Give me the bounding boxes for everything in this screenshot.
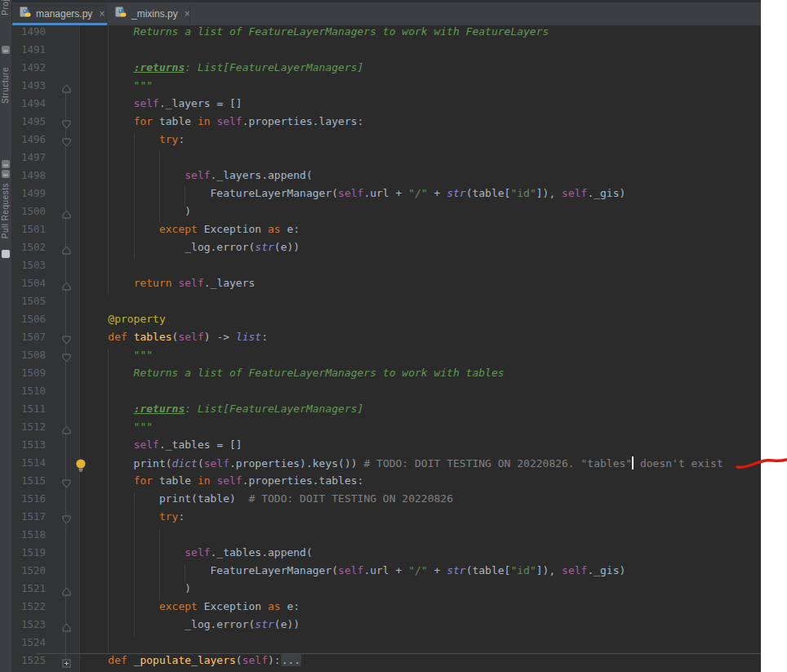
line-number[interactable]: 1497 [11, 151, 46, 169]
code-line[interactable]: try: [79, 510, 185, 528]
line-number[interactable]: 1513 [11, 438, 46, 456]
code-token: _populate_layers [134, 654, 236, 666]
fold-down-icon[interactable] [61, 478, 72, 496]
line-number[interactable]: 1522 [11, 600, 46, 618]
code-line[interactable]: print(dict(self.properties).keys()) # TO… [79, 456, 723, 474]
code-line[interactable]: return self._layers [79, 277, 255, 295]
line-number[interactable]: 1514 [11, 456, 46, 474]
line-number[interactable]: 1501 [11, 223, 46, 241]
code-line[interactable]: print(table) # TODO: DOIT TESTING ON 202… [79, 492, 453, 510]
line-number[interactable]: 1502 [11, 241, 46, 259]
code-line[interactable]: except Exception as e: [79, 600, 300, 618]
line-number[interactable]: 1507 [11, 331, 46, 349]
tool-window-icon[interactable] [2, 170, 10, 178]
fold-up-icon[interactable] [61, 280, 72, 298]
code-line[interactable]: _log.error(str(e)) [79, 241, 300, 259]
code-line[interactable]: :returns: List[FeatureLayerManagers] [79, 61, 363, 79]
fold-down-icon[interactable] [61, 352, 72, 370]
code-line[interactable]: _log.error(str(e)) [79, 618, 300, 636]
fold-up-icon[interactable] [61, 424, 72, 442]
line-number[interactable]: 1504 [11, 277, 46, 295]
line-number[interactable]: 1523 [11, 618, 46, 636]
code-line[interactable]: def tables(self) -> list: [79, 331, 268, 349]
line-number[interactable]: 1496 [11, 133, 46, 151]
code-token: ) [82, 582, 191, 594]
fold-down-icon[interactable] [61, 136, 72, 154]
line-number[interactable]: 1492 [11, 61, 46, 79]
intention-bulb-icon[interactable] [75, 458, 87, 476]
line-number[interactable]: 1503 [11, 259, 46, 277]
line-number[interactable]: 1491 [11, 43, 46, 61]
line-number[interactable]: 1515 [11, 474, 46, 492]
fold-up-icon[interactable] [61, 82, 72, 100]
code-line[interactable]: Returns a list of FeatureLayerManagers t… [79, 367, 505, 385]
code-token [82, 600, 159, 612]
line-number[interactable]: 1519 [11, 546, 46, 564]
line-number[interactable]: 1516 [11, 492, 46, 510]
line-number[interactable]: 1510 [11, 385, 46, 403]
line-number[interactable]: 1500 [11, 205, 46, 223]
stripe-button-pull-requests[interactable]: Pull Requests [1, 183, 10, 238]
code-token: ]), [536, 564, 562, 576]
code-line[interactable]: ) [79, 205, 191, 223]
line-number[interactable]: 1518 [11, 528, 46, 546]
line-number[interactable]: 1508 [11, 349, 46, 367]
code-line[interactable]: """ [79, 349, 153, 367]
line-number[interactable]: 1511 [11, 403, 46, 421]
code-line[interactable]: except Exception as e: [79, 223, 300, 241]
fold-down-icon[interactable] [61, 514, 72, 532]
code-token [82, 313, 108, 325]
tool-window-icon[interactable] [2, 46, 10, 54]
fold-expand-icon[interactable] [61, 657, 72, 672]
line-number[interactable]: 1490 [11, 25, 46, 43]
code-token: Exception [198, 223, 268, 235]
tab-_mixins-py[interactable]: _mixins.py× [107, 2, 190, 25]
code-line[interactable]: self._layers = [] [79, 97, 242, 115]
line-number[interactable]: 1520 [11, 564, 46, 582]
code-line[interactable]: FeatureLayerManager(self.url + "/" + str… [79, 187, 625, 205]
code-token: self [204, 457, 229, 470]
line-number[interactable]: 1509 [11, 367, 46, 385]
code-line[interactable]: for table in self.properties.tables: [79, 474, 363, 492]
stripe-button-structure[interactable]: Structure [1, 67, 10, 104]
line-number[interactable]: 1521 [11, 582, 46, 600]
fold-down-icon[interactable] [61, 334, 72, 352]
line-number[interactable]: 1493 [11, 79, 46, 97]
code-token [82, 654, 108, 666]
fold-up-icon[interactable] [61, 621, 72, 639]
fold-up-icon[interactable] [61, 208, 72, 226]
line-number[interactable]: 1505 [11, 295, 46, 313]
line-number[interactable]: 1512 [11, 421, 46, 438]
code-line[interactable]: FeatureLayerManager(self.url + "/" + str… [79, 564, 625, 582]
line-number[interactable]: 1506 [11, 313, 46, 331]
code-line[interactable]: def _populate_layers(self):... [79, 654, 301, 672]
line-number[interactable]: 1524 [11, 636, 46, 654]
code-line[interactable]: """ [79, 421, 153, 438]
code-line[interactable]: self._tables.append( [79, 546, 313, 564]
stripe-button-project[interactable]: Project [1, 0, 10, 16]
code-line[interactable]: ) [79, 582, 191, 600]
fold-up-icon[interactable] [61, 585, 72, 603]
code-line[interactable]: self._layers.append( [79, 169, 313, 187]
code-editor[interactable]: Returns a list of FeatureLayerManagers t… [79, 25, 761, 672]
line-number[interactable]: 1499 [11, 187, 46, 205]
line-number[interactable]: 1498 [11, 169, 46, 187]
code-token [82, 510, 159, 523]
tool-window-icon[interactable] [2, 250, 10, 258]
code-line[interactable]: """ [79, 79, 153, 97]
code-line[interactable]: Returns a list of FeatureLayerManagers t… [79, 25, 549, 43]
code-line[interactable]: self._tables = [] [79, 438, 242, 456]
fold-down-icon[interactable] [61, 118, 72, 136]
tab-close-icon[interactable]: × [99, 9, 104, 19]
code-line[interactable]: :returns: List[FeatureLayerManagers] [79, 403, 363, 421]
fold-up-icon[interactable] [61, 244, 72, 262]
code-line[interactable]: @property [79, 313, 166, 331]
code-line[interactable]: try: [79, 133, 185, 151]
line-number[interactable]: 1517 [11, 510, 46, 528]
line-number[interactable]: 1525 [11, 654, 46, 672]
line-number[interactable]: 1495 [11, 115, 46, 133]
code-line[interactable]: for table in self.properties.layers: [79, 115, 363, 133]
tab-managers-py[interactable]: managers.py× [11, 2, 107, 25]
tool-window-icon[interactable] [2, 160, 10, 168]
line-number[interactable]: 1494 [11, 97, 46, 115]
